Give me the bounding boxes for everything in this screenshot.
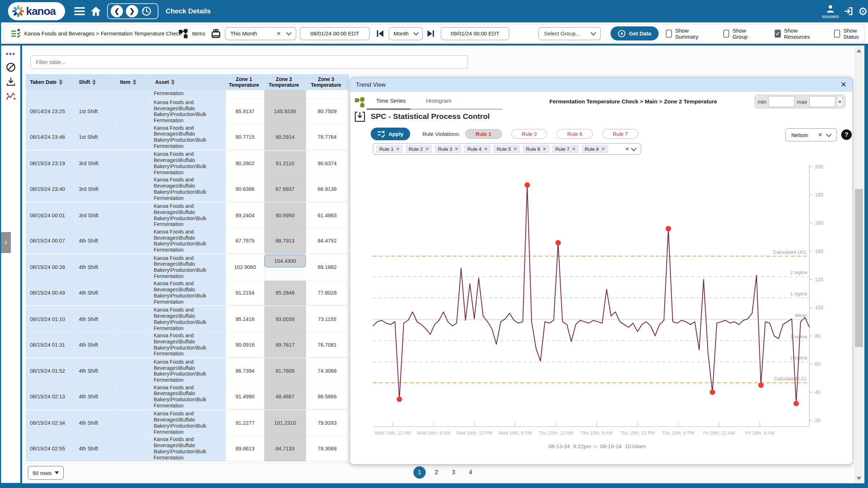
cell-taken-date[interactable]: 08/15/24 02:34 [26,410,75,436]
user-menu[interactable]: srussem [820,1,841,22]
cell-taken-date[interactable]: 08/15/24 00:07 [26,228,75,254]
cell-item[interactable] [116,384,151,410]
cell-zone1-temp[interactable]: 86.7394 [226,358,264,384]
cell-taken-date[interactable]: 08/15/24 02:55 [26,436,75,461]
cell-zone1-temp[interactable]: 90.0916 [226,332,264,358]
rule-chip[interactable]: Rule 8✕ [582,145,608,153]
trend-download-button[interactable] [354,111,365,124]
chip-remove-icon[interactable]: ✕ [484,146,488,151]
scroll-down-icon[interactable] [856,477,861,480]
cell-zone2-temp[interactable]: 88.7913 [264,228,306,254]
chip-remove-icon[interactable]: ✕ [425,146,429,151]
tab-time-series[interactable]: Time Series [376,98,406,104]
table-row[interactable]: 08/15/24 23:403rd ShiftKanoa Foods and B… [26,176,349,202]
cell-asset[interactable]: Kanoa Foods and Beverages\Buffalo Bakery… [151,228,226,254]
chip-remove-icon[interactable]: ✕ [572,146,576,151]
cell-asset[interactable]: Kanoa Foods and Beverages\Buffalo Bakery… [151,151,226,177]
cell-zone3-temp[interactable]: 74.3068 [306,358,349,384]
group-select[interactable]: Select Group... [539,24,601,43]
table-row[interactable]: 08/15/24 02:554th ShiftKanoa Foods and B… [26,436,349,462]
cell-shift[interactable]: 3rd Shift [75,151,116,177]
rule-chip[interactable]: Rule 6✕ [523,145,549,153]
sort-icon[interactable] [59,79,63,85]
range-clear-button[interactable]: ✕ [838,97,842,106]
cell-shift[interactable]: 4th Shift [75,306,116,332]
export-button[interactable] [1,77,20,87]
rule-set-clear-icon[interactable]: ✕ [818,132,822,138]
rule-chip[interactable]: Rule 5✕ [493,145,520,153]
cell-item[interactable] [116,358,151,384]
kanoa-logo[interactable]: kanoa [8,2,65,20]
cell-zone2-temp[interactable]: 101.2310 [264,410,306,436]
cell-shift[interactable]: 4th Shift [75,332,116,358]
rule-chip[interactable]: Rule 3✕ [435,145,461,153]
table-row[interactable]: 08/15/24 23:193rd ShiftKanoa Foods and B… [26,151,349,177]
cell-zone2-temp[interactable]: 87.6937 [264,176,306,202]
cell-item[interactable] [116,332,151,358]
check-list-button[interactable] [10,24,21,43]
cell-item[interactable] [116,176,151,202]
cell-asset[interactable]: Kanoa Foods and Beverages\Buffalo Bakery… [151,281,226,306]
cell-zone2-temp[interactable]: 84.7133 [264,436,306,461]
cell-zone1-temp[interactable]: 85.9137 [226,99,264,125]
logout-button[interactable] [841,0,856,22]
max-input[interactable] [809,96,835,107]
min-input[interactable] [769,96,795,107]
cell-zone1-temp[interactable]: 67.7875 [226,228,264,254]
cell-zone1-temp[interactable]: 89.2404 [226,202,264,228]
cell-asset[interactable]: Kanoa Foods and Beverages\Buffalo Bakery… [151,176,226,202]
page-button-3[interactable]: 3 [447,466,460,479]
get-data-button[interactable]: Get Data [610,24,659,43]
cell-zone1-temp[interactable]: 91.4990 [226,384,264,410]
column-header-asset[interactable]: Asset [151,74,226,90]
sort-icon[interactable] [92,79,96,85]
chevron-down-icon[interactable] [631,145,637,151]
cell-taken-date[interactable]: 08/15/24 01:10 [26,306,75,332]
end-date-input[interactable]: 09/01/24 00:00 EDT [441,24,509,43]
help-button[interactable]: ? [841,129,852,140]
column-header-zone-3-temperature[interactable]: Zone 3 Temperature [306,74,349,90]
cell-zone2-temp[interactable]: 145.9230 [264,99,306,125]
column-header-shift[interactable]: Shift [75,74,116,90]
table-row[interactable]: 08/15/24 01:314th ShiftKanoa Foods and B… [26,332,349,358]
table-row[interactable]: 08/14/24 23:251st ShiftKanoa Foods and B… [26,99,349,125]
cell-zone3-temp[interactable]: 76.7081 [306,332,349,358]
table-row[interactable]: 08/15/24 01:104th ShiftKanoa Foods and B… [26,306,349,332]
cell-zone2-temp[interactable]: 91.7609 [264,358,306,384]
cell-item[interactable] [116,99,151,125]
violation-pill-rule-2[interactable]: Rule 2 [511,129,548,139]
show-option-show-summary[interactable]: Show Summary [666,27,702,40]
cell-asset[interactable]: Kanoa Foods and Beverages\Buffalo Bakery… [151,436,226,461]
cell-zone2-temp[interactable]: 90.2914 [264,125,306,150]
multiselect-clear-icon[interactable]: ✕ [625,146,629,152]
rule-chip[interactable]: Rule 4✕ [464,145,491,153]
cell-zone3-temp[interactable]: 86.5866 [306,384,349,410]
period-select[interactable]: This Month ✕ [225,24,296,43]
cell-item[interactable] [116,410,151,436]
rows-per-page-select[interactable]: 50 rows [28,466,64,480]
cell-shift[interactable]: 3rd Shift [75,202,116,228]
cell-zone3-temp[interactable]: 78.3068 [306,436,349,461]
cell-taken-date[interactable]: 08/15/24 00:49 [26,281,75,306]
cell-shift[interactable]: 4th Shift [75,384,116,410]
cell-taken-date[interactable]: 08/15/24 02:13 [26,384,75,410]
cell-zone3-temp[interactable]: 89.1882 [306,254,349,281]
next-period-button[interactable] [426,24,435,43]
table-row-partial[interactable]: Fermentation [26,90,349,99]
rule-set-select[interactable]: Nelson ✕ [785,128,837,141]
cell-taken-date[interactable]: 08/15/24 23:19 [26,151,75,177]
table-row[interactable]: 08/15/24 00:494th ShiftKanoa Foods and B… [26,281,349,307]
checkbox-icon[interactable] [666,30,672,38]
start-date-input[interactable]: 08/01/24 00:00 EDT [300,24,370,43]
cell-item[interactable] [116,254,151,281]
table-row[interactable]: 08/15/24 02:134th ShiftKanoa Foods and B… [26,384,349,410]
cell-asset[interactable]: Kanoa Foods and Beverages\Buffalo Bakery… [151,306,226,332]
menu-button[interactable] [72,0,87,22]
cell-zone3-temp[interactable]: 73.1155 [306,306,349,332]
prev-period-button[interactable] [376,24,384,43]
cell-item[interactable] [116,436,151,461]
history-icon[interactable] [141,6,152,17]
interval-select[interactable]: Month [389,24,423,43]
table-row[interactable]: 08/16/24 00:013rd ShiftKanoa Foods and B… [26,202,349,228]
cell-shift[interactable]: 1st Shift [75,99,116,125]
